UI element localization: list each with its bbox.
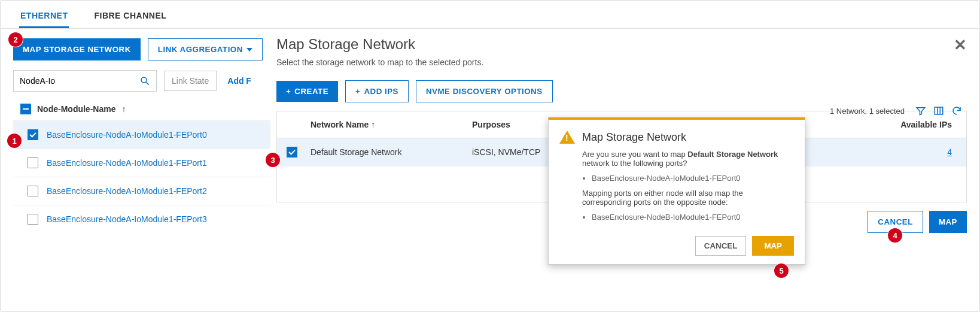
port-row-checkbox[interactable] — [28, 157, 38, 168]
network-count-label: 1 Network, 1 selected — [830, 107, 905, 116]
tab-bar: ETHERNET FIBRE CHANNEL — [1, 1, 979, 29]
network-row-checkbox[interactable] — [287, 147, 297, 157]
confirm-body: Are you sure you want to map Default Sto… — [582, 150, 794, 222]
confirm-text: Are you sure you want to map — [582, 150, 687, 159]
step-badge-1: 1 — [7, 134, 22, 148]
svg-point-0 — [141, 77, 147, 83]
network-row-name: Default Storage Network — [307, 139, 468, 165]
panel-map-button[interactable]: MAP — [929, 211, 967, 233]
port-row-label[interactable]: BaseEnclosure-NodeA-IoModule1-FEPort1 — [47, 158, 207, 168]
nvme-discovery-button[interactable]: NVME DISCOVERY OPTIONS — [416, 80, 553, 102]
svg-rect-2 — [935, 107, 943, 114]
columns-icon[interactable] — [933, 105, 944, 116]
group-header-label: Node-Module-Name — [37, 104, 115, 114]
add-ips-button[interactable]: +ADD IPS — [345, 80, 409, 102]
link-state-filter[interactable]: Link State — [164, 71, 217, 91]
plus-icon: + — [355, 87, 360, 96]
sort-arrow-icon: ↑ — [371, 120, 375, 129]
confirm-dialog: Map Storage Network Are you sure you wan… — [548, 117, 805, 265]
confirm-text: Mapping ports on either node will also m… — [582, 189, 794, 207]
panel-toolbar-right: 1 Network, 1 selected — [830, 105, 962, 116]
confirm-footer: CANCEL MAP — [559, 236, 794, 256]
confirm-text: network to the following ports? — [582, 159, 687, 168]
port-row-checkbox[interactable] — [28, 129, 38, 140]
tab-ethernet[interactable]: ETHERNET — [19, 7, 69, 28]
warning-icon — [559, 131, 575, 144]
port-row-label[interactable]: BaseEnclosure-NodeA-IoModule1-FEPort3 — [47, 214, 207, 224]
col-network-name[interactable]: Network Name — [311, 120, 369, 129]
tab-fibre-channel[interactable]: FIBRE CHANNEL — [93, 7, 168, 28]
port-row-checkbox[interactable] — [28, 186, 38, 196]
create-label: CREATE — [294, 87, 328, 96]
step-badge-4: 4 — [888, 228, 902, 243]
port-row-label[interactable]: BaseEnclosure-NodeA-IoModule1-FEPort0 — [47, 130, 207, 140]
refresh-icon[interactable] — [951, 105, 962, 116]
panel-title: Map Storage Network — [276, 36, 967, 53]
chevron-down-icon — [246, 48, 252, 52]
create-button[interactable]: +CREATE — [276, 81, 338, 102]
link-aggregation-button[interactable]: LINK AGGREGATION — [148, 38, 263, 60]
plus-icon: + — [286, 87, 291, 96]
link-aggregation-label: LINK AGGREGATION — [158, 45, 243, 54]
sort-arrow-icon: ↑ — [121, 104, 126, 114]
confirm-map-button[interactable]: MAP — [752, 236, 794, 256]
confirm-cancel-button[interactable]: CANCEL — [695, 236, 747, 256]
panel-subtitle: Select the storage network to map to the… — [276, 57, 967, 67]
map-storage-network-button[interactable]: MAP STORAGE NETWORK — [13, 38, 141, 60]
filter-icon[interactable] — [915, 105, 926, 116]
search-input[interactable] — [20, 76, 139, 86]
add-link[interactable]: Add F — [227, 76, 251, 86]
group-collapse-icon[interactable] — [20, 104, 31, 114]
step-badge-3: 3 — [266, 153, 280, 167]
panel-toolbar: +CREATE +ADD IPS NVME DISCOVERY OPTIONS — [276, 80, 967, 102]
confirm-header: Map Storage Network — [559, 131, 794, 144]
app-frame: ETHERNET FIBRE CHANNEL MAP STORAGE NETWO… — [1, 1, 979, 311]
confirm-port-item: BaseEnclosure-NodeB-IoModule1-FEPort0 — [592, 213, 794, 222]
svg-line-1 — [146, 82, 149, 85]
add-ips-label: ADD IPS — [364, 87, 398, 96]
confirm-network-name: Default Storage Network — [687, 150, 778, 159]
port-row-checkbox[interactable] — [28, 214, 38, 225]
port-row-label[interactable]: BaseEnclosure-NodeA-IoModule1-FEPort2 — [47, 186, 207, 196]
step-badge-5: 5 — [774, 263, 789, 278]
close-icon[interactable]: ✕ — [954, 36, 967, 54]
search-icon — [139, 75, 150, 86]
confirm-title: Map Storage Network — [582, 131, 686, 144]
available-ips-link[interactable]: 4 — [947, 147, 952, 157]
step-badge-2: 2 — [8, 32, 23, 47]
search-input-wrap — [13, 70, 157, 92]
confirm-port-item: BaseEnclosure-NodeA-IoModule1-FEPort0 — [592, 174, 794, 183]
